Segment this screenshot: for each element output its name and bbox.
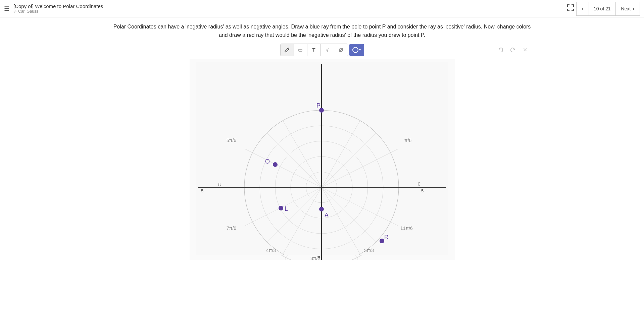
undo-button[interactable] (496, 45, 506, 55)
svg-text:O: O (265, 158, 270, 165)
move-tool-button[interactable] (334, 44, 348, 56)
prev-button[interactable]: ‹ (576, 2, 589, 16)
svg-point-83 (279, 206, 283, 210)
menu-icon[interactable]: ☰ (4, 5, 9, 12)
subtitle-icon: ⇌ (13, 9, 17, 14)
svg-text:π: π (218, 181, 221, 187)
header-title-block: [Copy of] Welcome to Polar Coordinates ⇌… (13, 3, 565, 14)
instruction-line2: and draw a red ray that would be the 'ne… (13, 31, 631, 40)
eraser-tool-button[interactable] (294, 44, 307, 56)
clear-button[interactable]: ✕ (520, 45, 530, 55)
svg-text:5: 5 (201, 188, 203, 193)
svg-point-79 (319, 207, 324, 211)
svg-text:R: R (384, 234, 389, 241)
header-center (565, 2, 576, 15)
svg-text:P: P (316, 102, 320, 109)
svg-point-85 (380, 239, 384, 243)
svg-text:A: A (325, 212, 329, 218)
header-nav: ‹ 10 of 21 Next › (576, 2, 640, 16)
fullscreen-button[interactable] (565, 2, 576, 15)
sqrt-tool-button[interactable]: √ (321, 44, 334, 56)
redo-button[interactable] (508, 45, 518, 55)
next-icon: › (633, 6, 634, 11)
toolbar-actions: ✕ (496, 45, 530, 55)
svg-text:0: 0 (418, 181, 420, 187)
page-info: 10 of 21 (589, 2, 615, 16)
svg-text:5π/6: 5π/6 (227, 138, 236, 143)
header-subtitle: ⇌ Carl Gauss (13, 9, 565, 14)
svg-text:7π/6: 7π/6 (227, 226, 236, 231)
color-swatch (352, 47, 358, 53)
svg-text:5: 5 (421, 188, 424, 193)
svg-rect-0 (299, 49, 302, 51)
subtitle-author: Carl Gauss (18, 9, 38, 14)
color-picker-button[interactable]: ▾ (349, 44, 364, 56)
page-title: [Copy of] Welcome to Polar Coordinates (13, 3, 565, 9)
pencil-tool-button[interactable] (281, 44, 294, 56)
polar-canvas[interactable]: 0 π 5 5 -5 π/6 5π/6 7π/6 11π/6 4π/3 5π/3… (190, 59, 455, 260)
text-tool-button[interactable]: T (307, 44, 321, 56)
svg-text:11π/6: 11π/6 (400, 226, 413, 231)
instruction-text: Polar Coordinates can have a 'negative r… (0, 17, 644, 44)
svg-text:5π/3: 5π/3 (364, 248, 374, 253)
instruction-line1: Polar Coordinates can have a 'negative r… (13, 23, 631, 31)
drawing-toolbar: T √ ▾ ✕ (0, 44, 644, 56)
svg-text:L: L (285, 205, 288, 212)
svg-text:4π/3: 4π/3 (266, 248, 276, 253)
svg-text:-5: -5 (316, 255, 320, 260)
color-dropdown-icon: ▾ (359, 48, 361, 52)
canvas-container: 0 π 5 5 -5 π/6 5π/6 7π/6 11π/6 4π/3 5π/3… (0, 59, 644, 267)
svg-text:π/6: π/6 (404, 138, 412, 143)
svg-point-81 (273, 162, 278, 167)
app-header: ☰ [Copy of] Welcome to Polar Coordinates… (0, 0, 644, 17)
next-button[interactable]: Next › (615, 2, 640, 16)
tools-group: T √ (280, 44, 348, 56)
